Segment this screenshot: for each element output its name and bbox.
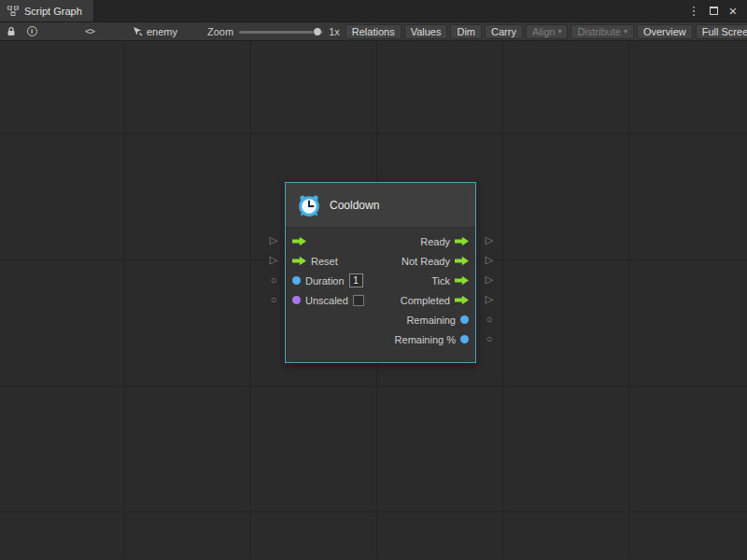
tab-script-graph[interactable]: Script Graph bbox=[0, 0, 94, 21]
unscaled-port[interactable]: Unscaled bbox=[292, 295, 364, 306]
value-output-port[interactable]: ○ bbox=[483, 329, 496, 348]
value-input-port[interactable]: ○ bbox=[267, 289, 280, 309]
flow-arrow-icon bbox=[455, 275, 469, 286]
zoom-label: Zoom bbox=[207, 26, 233, 37]
window-menu-icon[interactable]: ⋮ bbox=[687, 4, 700, 18]
port-row: Reset Not Ready bbox=[286, 251, 475, 271]
toolbar-buttons: Relations Values Dim Carry Align▾ Distri… bbox=[345, 24, 747, 39]
duration-port[interactable]: Duration bbox=[292, 273, 363, 287]
value-output-port[interactable]: ○ bbox=[483, 309, 496, 329]
tab-label: Script Graph bbox=[24, 6, 82, 17]
duration-input[interactable] bbox=[349, 273, 363, 287]
code-icon[interactable]: <> bbox=[82, 24, 97, 39]
flow-input-port[interactable]: ▷ bbox=[267, 231, 280, 250]
completed-port[interactable]: Completed bbox=[401, 295, 469, 306]
flow-arrow-icon bbox=[292, 236, 306, 246]
graph-pointer-icon bbox=[133, 26, 143, 36]
bool-dot-icon bbox=[292, 296, 301, 304]
flow-arrow-icon bbox=[455, 236, 469, 246]
remaining-port[interactable]: Remaining bbox=[406, 315, 469, 326]
flow-arrow-icon bbox=[455, 295, 469, 305]
value-dot-icon bbox=[292, 276, 301, 285]
unscaled-checkbox[interactable] bbox=[353, 295, 364, 306]
lock-icon[interactable] bbox=[4, 24, 19, 39]
close-icon[interactable]: × bbox=[726, 3, 740, 19]
relations-button[interactable]: Relations bbox=[345, 24, 402, 39]
port-row: Duration Tick bbox=[286, 271, 475, 290]
port-row: Unscaled Completed bbox=[286, 290, 475, 310]
info-icon[interactable]: i bbox=[24, 24, 39, 39]
chevron-down-icon: ▾ bbox=[557, 28, 561, 35]
not-ready-port[interactable]: Not Ready bbox=[402, 256, 469, 267]
flow-arrow-icon bbox=[292, 256, 306, 266]
port-row: Remaining % bbox=[286, 329, 475, 349]
dim-button[interactable]: Dim bbox=[450, 24, 482, 39]
script-graph-icon bbox=[7, 6, 19, 17]
graph-toolbar: i <> enemy Zoom 1x Relations Values Dim … bbox=[0, 22, 747, 41]
flow-output-port[interactable]: ▷ bbox=[483, 250, 496, 270]
overview-button[interactable]: Overview bbox=[637, 24, 693, 39]
ready-port[interactable]: Ready bbox=[420, 236, 469, 247]
external-input-ports: ▷ ▷ ○ ○ bbox=[267, 231, 280, 309]
graph-name-label: enemy bbox=[147, 26, 177, 37]
alarm-clock-icon bbox=[297, 193, 321, 217]
flow-output-port[interactable]: ▷ bbox=[483, 289, 496, 309]
carry-button[interactable]: Carry bbox=[485, 24, 523, 39]
zoom-slider[interactable] bbox=[239, 26, 323, 37]
align-button: Align▾ bbox=[526, 24, 568, 39]
distribute-button: Distribute▾ bbox=[571, 24, 633, 39]
remaining-percent-port[interactable]: Remaining % bbox=[395, 334, 469, 345]
flow-output-port[interactable]: ▷ bbox=[483, 270, 496, 289]
flow-enter-port[interactable] bbox=[292, 236, 306, 246]
full-screen-button[interactable]: Full Screen bbox=[696, 24, 747, 39]
external-output-ports: ▷ ▷ ▷ ▷ ○ ○ bbox=[483, 231, 496, 348]
values-button[interactable]: Values bbox=[404, 24, 448, 39]
flow-output-port[interactable]: ▷ bbox=[483, 231, 496, 250]
maximize-icon[interactable] bbox=[707, 4, 720, 18]
zoom-slider-handle[interactable] bbox=[313, 27, 322, 36]
cooldown-node-wrapper: ▷ ▷ ○ ○ ▷ ▷ ▷ ▷ ○ ○ bbox=[285, 182, 476, 363]
flow-input-port[interactable]: ▷ bbox=[267, 250, 280, 270]
zoom-control: Zoom 1x bbox=[207, 26, 340, 37]
node-header[interactable]: Cooldown bbox=[286, 183, 475, 228]
node-body: Ready Reset Not Ready bbox=[286, 228, 475, 362]
flow-arrow-icon bbox=[455, 256, 469, 266]
node-title: Cooldown bbox=[330, 199, 379, 212]
chevron-down-icon: ▾ bbox=[624, 28, 627, 35]
window-controls: ⋮ × bbox=[687, 0, 747, 21]
window-titlebar: Script Graph ⋮ × bbox=[0, 0, 747, 22]
port-row: Ready bbox=[286, 231, 475, 251]
port-row: Remaining bbox=[286, 310, 475, 329]
graph-canvas[interactable]: ▷ ▷ ○ ○ ▷ ▷ ▷ ▷ ○ ○ bbox=[0, 41, 747, 559]
zoom-value: 1x bbox=[329, 26, 340, 37]
tick-port[interactable]: Tick bbox=[431, 275, 469, 287]
value-dot-icon bbox=[460, 315, 469, 324]
reset-port[interactable]: Reset bbox=[292, 256, 338, 267]
graph-breadcrumb[interactable]: enemy bbox=[133, 26, 177, 37]
cooldown-node[interactable]: Cooldown Ready Reset bbox=[285, 182, 476, 363]
value-dot-icon bbox=[460, 335, 469, 343]
value-input-port[interactable]: ○ bbox=[267, 270, 280, 289]
